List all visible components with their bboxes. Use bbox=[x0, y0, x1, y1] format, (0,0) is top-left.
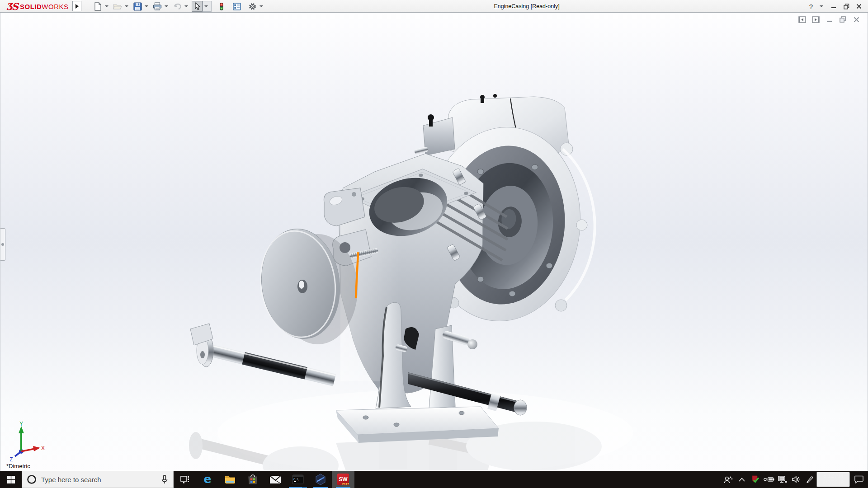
titlebar: ƷS SOLIDWORKS bbox=[0, 0, 868, 13]
dropdown-caret-icon bbox=[105, 5, 108, 7]
document-title: EngineCasing [Read-only] bbox=[452, 0, 601, 13]
microsoft-store-button[interactable] bbox=[241, 471, 264, 488]
select-dropdown[interactable] bbox=[203, 1, 212, 12]
taskbar-clock[interactable]: 8:12 AM 8/2/2018 bbox=[816, 472, 850, 487]
triad-x-label: X bbox=[41, 445, 45, 451]
open-button[interactable] bbox=[112, 1, 123, 12]
battery-plug-icon bbox=[764, 476, 774, 483]
restore-icon bbox=[844, 4, 849, 9]
flyout-triangle-icon bbox=[75, 4, 79, 9]
undo-arrow-icon bbox=[173, 3, 182, 10]
start-button[interactable] bbox=[0, 471, 22, 488]
taskbar-search-input[interactable]: Type here to search bbox=[22, 471, 174, 488]
edge-icon: e bbox=[202, 474, 213, 485]
svg-text:e: e bbox=[204, 474, 212, 485]
search-placeholder: Type here to search bbox=[41, 476, 161, 483]
open-folder-icon bbox=[113, 3, 122, 10]
dropdown-caret-icon bbox=[145, 5, 148, 7]
mail-button[interactable] bbox=[264, 471, 287, 488]
solidworks-logo: ƷS SOLIDWORKS bbox=[6, 1, 68, 12]
standard-toolbar bbox=[92, 0, 267, 13]
engine-casing-model[interactable] bbox=[0, 13, 868, 471]
command-prompt-button[interactable]: C:\ bbox=[287, 471, 309, 488]
close-icon bbox=[856, 4, 862, 9]
orientation-triad: Y X Z bbox=[7, 422, 46, 465]
print-icon bbox=[153, 2, 162, 10]
new-document-button[interactable] bbox=[92, 1, 103, 12]
rebuild-stoplight-button[interactable] bbox=[216, 1, 227, 12]
minimize-icon bbox=[831, 4, 836, 9]
command-prompt-icon: C:\ bbox=[292, 474, 304, 484]
save-button[interactable] bbox=[132, 1, 143, 12]
solidworks-wordmark: SOLIDWORKS bbox=[20, 3, 69, 10]
file-explorer-button[interactable] bbox=[219, 471, 241, 488]
task-view-icon bbox=[180, 475, 189, 483]
options-gear-icon bbox=[248, 2, 257, 11]
people-icon bbox=[724, 475, 733, 483]
volume-button[interactable] bbox=[789, 471, 803, 488]
action-center-button[interactable] bbox=[850, 471, 868, 488]
svg-text:C:\: C:\ bbox=[293, 478, 299, 481]
microphone-icon[interactable] bbox=[161, 475, 168, 484]
options-dropdown[interactable] bbox=[258, 1, 267, 12]
clock-date: 8/2/2018 bbox=[819, 479, 847, 486]
windows-taskbar: Type here to search e bbox=[0, 471, 868, 488]
hidden-icons-button[interactable] bbox=[735, 471, 749, 488]
mail-icon bbox=[269, 475, 281, 484]
file-explorer-icon bbox=[225, 475, 236, 484]
speaker-icon bbox=[792, 476, 801, 483]
undo-dropdown[interactable] bbox=[183, 1, 192, 12]
sw-resource-monitor-icon bbox=[751, 475, 760, 484]
triad-y-label: Y bbox=[19, 422, 23, 427]
menu-flyout-arrow-button[interactable] bbox=[72, 1, 81, 11]
dropdown-caret-icon bbox=[259, 5, 263, 7]
solidworks-2017-button[interactable]: SW 2017 bbox=[332, 471, 354, 488]
action-center-icon bbox=[854, 475, 863, 483]
new-document-icon bbox=[94, 2, 102, 11]
window-controls: ? bbox=[806, 0, 864, 13]
windows-ink-button[interactable] bbox=[803, 471, 816, 488]
dropdown-caret-icon bbox=[125, 5, 128, 7]
help-button[interactable]: ? bbox=[806, 0, 816, 12]
triad-z-label: Z bbox=[9, 456, 13, 463]
solidworks-window: ƷS SOLIDWORKS bbox=[0, 0, 868, 488]
new-document-dropdown[interactable] bbox=[103, 1, 112, 12]
network-button[interactable] bbox=[776, 471, 789, 488]
windows-logo-icon bbox=[7, 476, 15, 483]
file-properties-icon bbox=[233, 3, 241, 10]
solidworks-resource-monitor[interactable] bbox=[749, 471, 762, 488]
store-icon bbox=[247, 474, 258, 485]
print-button[interactable] bbox=[152, 1, 163, 12]
options-button[interactable] bbox=[247, 1, 258, 12]
stoplight-icon bbox=[219, 2, 224, 11]
edrawings-button[interactable] bbox=[309, 471, 332, 488]
select-button[interactable] bbox=[192, 1, 203, 12]
microsoft-edge-button[interactable]: e bbox=[196, 471, 219, 488]
chevron-up-icon bbox=[739, 478, 745, 482]
help-dropdown-caret-icon[interactable] bbox=[820, 5, 823, 7]
open-dropdown[interactable] bbox=[123, 1, 132, 12]
dropdown-caret-icon bbox=[184, 5, 188, 7]
clock-time: 8:12 AM bbox=[819, 473, 847, 479]
close-window-button[interactable] bbox=[854, 0, 864, 12]
restore-window-button[interactable] bbox=[841, 0, 852, 12]
task-view-button[interactable] bbox=[174, 471, 196, 488]
minimize-window-button[interactable] bbox=[828, 0, 839, 12]
view-orientation-label: *Dimetric bbox=[6, 463, 30, 469]
power-button[interactable] bbox=[762, 471, 776, 488]
select-cursor-icon bbox=[194, 2, 201, 10]
system-tray: 8:12 AM 8/2/2018 bbox=[722, 471, 868, 488]
solidworks-logo-mark: ƷS bbox=[6, 1, 18, 12]
people-button[interactable] bbox=[722, 471, 735, 488]
file-properties-button[interactable] bbox=[231, 1, 242, 12]
cortana-icon bbox=[27, 474, 37, 484]
undo-button[interactable] bbox=[172, 1, 183, 12]
graphics-viewport[interactable]: Y X Z *Dimetric bbox=[0, 13, 868, 471]
edrawings-icon bbox=[315, 474, 326, 485]
network-icon bbox=[778, 476, 787, 483]
save-dropdown[interactable] bbox=[143, 1, 152, 12]
pen-icon bbox=[806, 475, 814, 483]
dropdown-caret-icon bbox=[165, 5, 168, 7]
print-dropdown[interactable] bbox=[163, 1, 172, 12]
solidworks-app-icon: SW 2017 bbox=[337, 474, 349, 485]
